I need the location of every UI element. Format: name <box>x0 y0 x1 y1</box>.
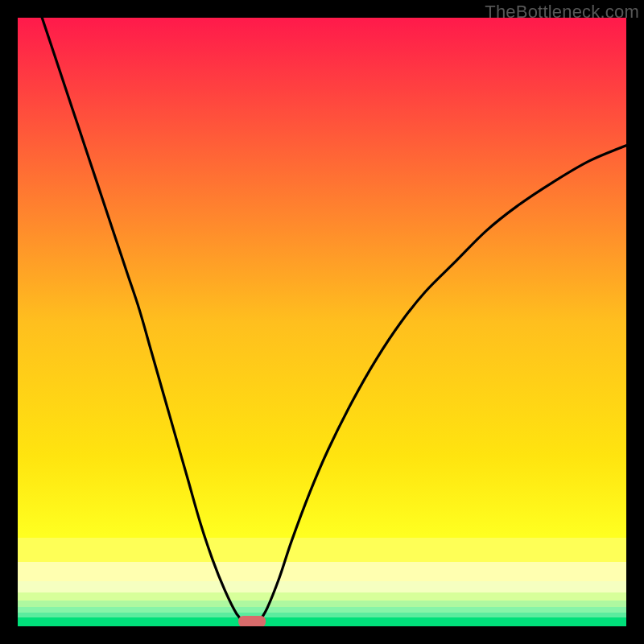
optimum-marker <box>238 616 266 626</box>
band-cream <box>18 581 626 592</box>
band-green-bottom <box>18 617 626 626</box>
band-pale-yellow-2 <box>18 562 626 581</box>
band-green-2 <box>18 613 626 617</box>
band-pale-yellow-1 <box>18 538 626 562</box>
band-pale-green-2 <box>18 601 626 607</box>
band-green-1 <box>18 607 626 613</box>
watermark-text: TheBottleneck.com <box>485 2 639 23</box>
chart-plot <box>18 18 626 626</box>
band-pale-green-1 <box>18 592 626 601</box>
gradient-background <box>18 18 626 626</box>
